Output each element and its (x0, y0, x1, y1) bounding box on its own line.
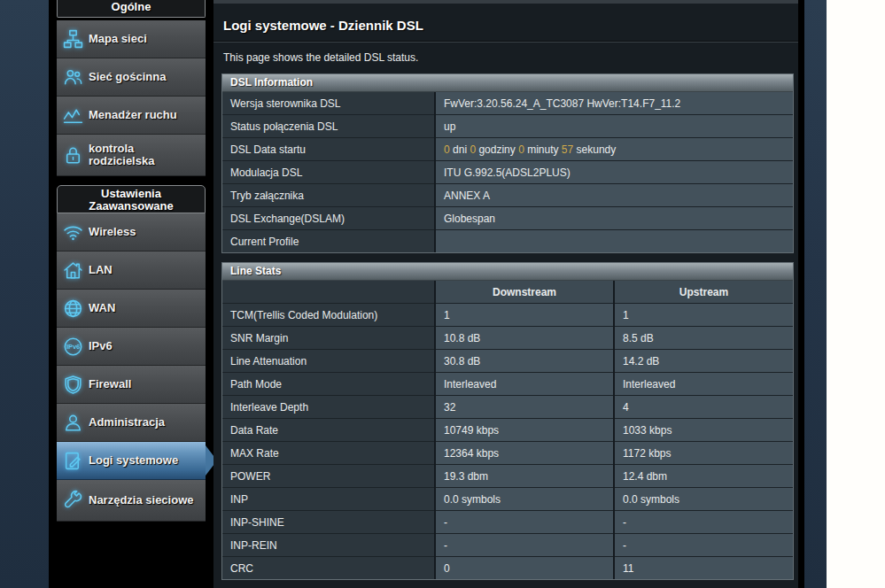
svg-text:IPv6: IPv6 (66, 343, 80, 351)
line-stats-section: Line Stats Downstream Upstream TCM(Trell… (221, 262, 794, 580)
network-tools-icon (57, 490, 89, 512)
table-header-row: Downstream Upstream (222, 281, 793, 304)
downstream-value: 1 (435, 304, 614, 327)
line-stats-corner-cell (222, 281, 435, 304)
sidebar-advanced-items: Wireless LAN WAN IPv6 (57, 213, 206, 522)
uptime-days: 0 (444, 143, 450, 156)
column-header-upstream: Upstream (614, 281, 793, 304)
row-label: Line Attenuation (222, 350, 435, 373)
upstream-value: 1033 kbps (614, 419, 793, 442)
sidebar-item-label: Sieć gościnna (89, 71, 206, 83)
row-label: Data Rate (222, 419, 435, 442)
sidebar-item-label: Narzędzia sieciowe (89, 494, 206, 507)
sidebar-item-label: Logi systemowe (89, 454, 206, 467)
table-row: TCM(Trellis Coded Modulation) 1 1 (222, 304, 793, 327)
row-label: Path Mode (222, 373, 435, 396)
sidebar-item-menadzer-ruchu[interactable]: Menadżer ruchu (57, 97, 206, 135)
upstream-value: - (614, 534, 793, 557)
sidebar-item-label: Administracja (89, 416, 206, 429)
row-label: POWER (222, 465, 435, 488)
sidebar-column: Ogólne Mapa sieci Sieć gościnna (49, 0, 213, 588)
sidebar-item-label: WAN (89, 302, 206, 314)
sidebar-item-logi-systemowe[interactable]: Logi systemowe (57, 442, 206, 480)
sidebar-item-mapa-sieci[interactable]: Mapa sieci (57, 20, 206, 58)
sidebar-item-narzedzia-sieciowe[interactable]: Narzędzia sieciowe (57, 480, 206, 522)
table-row: Wersja sterownika DSL FwVer:3.20.56.24_A… (222, 92, 793, 115)
uptime-seconds: 57 (562, 143, 573, 156)
row-label: INP-SHINE (222, 511, 435, 534)
wireless-icon (57, 221, 89, 244)
table-row: INP 0.0 symbols 0.0 symbols (222, 488, 793, 511)
network-map-icon (57, 28, 89, 50)
row-label: Status połączenia DSL (222, 115, 435, 138)
sidebar-general-items: Mapa sieci Sieć gościnna Menadżer ruchu (57, 20, 206, 176)
sidebar-item-label: kontrola rodzicielska (89, 143, 206, 167)
sidebar-item-label: IPv6 (89, 340, 206, 352)
router-admin-app: Ogólne Mapa sieci Sieć gościnna (0, 0, 827, 588)
uptime-minutes-label: minuty (527, 143, 558, 156)
page-title: Logi systemowe - Dziennik DSL (223, 18, 798, 33)
top-edge-strip (213, 0, 798, 4)
table-row: MAX Rate 12364 kbps 1172 kbps (222, 442, 793, 465)
row-label: Interleave Depth (222, 396, 435, 419)
sidebar-item-lan[interactable]: LAN (57, 251, 206, 290)
table-row: Data Rate 10749 kbps 1033 kbps (222, 419, 793, 442)
sidebar-section-advanced-header: Ustawienia Zaawansowane (57, 185, 206, 213)
sidebar-item-firewall[interactable]: Firewall (57, 366, 206, 404)
column-header-downstream: Downstream (435, 281, 614, 304)
right-edge-strip (798, 0, 804, 588)
main-content-panel: Logi systemowe - Dziennik DSL This page … (213, 0, 798, 588)
table-row: Tryb załącznika ANNEX A (222, 184, 793, 207)
dsl-information-section: DSL Information Wersja sterownika DSL Fw… (221, 74, 794, 253)
downstream-value: 12364 kbps (435, 442, 614, 465)
downstream-value: 10749 kbps (435, 419, 614, 442)
row-value: ANNEX A (435, 184, 793, 207)
sidebar-item-label: Mapa sieci (89, 33, 206, 45)
uptime-hours-label: godziny (478, 143, 515, 156)
row-label: DSL Exchange(DSLAM) (222, 207, 435, 230)
upstream-value: 1 (614, 304, 793, 327)
downstream-value: 32 (435, 396, 614, 419)
table-row: Status połączenia DSL up (222, 115, 793, 138)
upstream-value: 8.5 dB (614, 327, 793, 350)
table-row: Interleave Depth 32 4 (222, 396, 793, 419)
administration-icon (57, 412, 89, 434)
table-row: INP-SHINE - - (222, 511, 793, 534)
sidebar-item-wireless[interactable]: Wireless (57, 213, 206, 251)
dsl-information-table: Wersja sterownika DSL FwVer:3.20.56.24_A… (222, 92, 793, 252)
lan-icon (57, 259, 89, 282)
downstream-value: 30.8 dB (435, 350, 614, 373)
traffic-manager-icon (57, 104, 89, 127)
row-label: Current Profile (222, 230, 435, 253)
sidebar-menu: Ogólne Mapa sieci Sieć gościnna (57, 0, 206, 522)
page-description: This page shows the detailed DSL status. (223, 51, 798, 64)
table-row: DSL Exchange(DSLAM) Globespan (222, 207, 793, 230)
sidebar-item-wan[interactable]: WAN (57, 290, 206, 328)
sidebar-item-administracja[interactable]: Administracja (57, 404, 206, 442)
table-row: SNR Margin 10.8 dB 8.5 dB (222, 327, 793, 350)
uptime-seconds-label: sekundy (577, 143, 617, 156)
firewall-icon (57, 374, 89, 396)
downstream-value: 10.8 dB (435, 327, 614, 350)
downstream-value: - (435, 511, 614, 534)
downstream-value: - (435, 534, 614, 557)
upstream-value: 0.0 symbols (614, 488, 793, 511)
uptime-minutes: 0 (518, 143, 524, 156)
upstream-value: 11 (614, 557, 793, 580)
upstream-value: - (614, 511, 793, 534)
sidebar-section-general-header: Ogólne (57, 0, 206, 18)
row-label: INP (222, 488, 435, 511)
sidebar-item-label: Menadżer ruchu (89, 109, 206, 121)
sidebar-item-label: Wireless (89, 226, 206, 238)
upstream-value: 1172 kbps (614, 442, 793, 465)
sidebar-item-ipv6[interactable]: IPv6 IPv6 (57, 328, 206, 366)
title-divider (213, 41, 798, 43)
sidebar-item-siec-goscinna[interactable]: Sieć gościnna (57, 58, 206, 97)
dsl-uptime-value: 0 dni 0 godziny 0 minuty 57 sekundy (435, 138, 793, 161)
upstream-value: 14.2 dB (614, 350, 793, 373)
downstream-value: Interleaved (435, 373, 614, 396)
row-value: FwVer:3.20.56.24_A_TC3087 HwVer:T14.F7_1… (435, 92, 793, 115)
sidebar-item-kontrola-rodzicielska[interactable]: kontrola rodzicielska (57, 135, 206, 176)
line-stats-header: Line Stats (222, 263, 793, 281)
row-value (435, 230, 793, 253)
